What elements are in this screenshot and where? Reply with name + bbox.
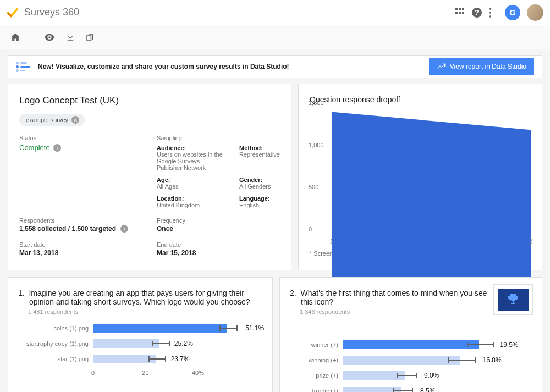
q2-barchart: winner (+) 19.5% winning (+) 16.8% prize…: [294, 337, 532, 392]
q1-text: 1. Imagine you are creating an app that …: [29, 289, 262, 306]
app-header: Surveys 360 ? G: [0, 0, 550, 25]
info-banner: New! Visualize, customize and share your…: [8, 55, 542, 78]
q2-bar-b: winning (+) 16.8%: [294, 352, 532, 368]
svg-rect-2: [462, 8, 464, 10]
age-value: All Ages: [157, 183, 223, 190]
frequency-label: Frequency: [157, 217, 185, 224]
download-icon[interactable]: [65, 32, 75, 42]
start-date-label: Start date: [19, 241, 151, 248]
tag-remove-icon[interactable]: ✕: [72, 116, 79, 124]
q1-bar-a: coins (1).png 51.1%: [23, 321, 262, 336]
q1-barchart: coins (1).png 51.1% startrophy copy (1).…: [23, 321, 262, 378]
end-date-label: End date: [157, 241, 196, 248]
q1-bar-c: star (1).png 23.7%: [23, 351, 262, 367]
svg-rect-0: [455, 8, 458, 10]
summary-row: Logo Concept Test (UK) example survey ✕ …: [8, 84, 542, 270]
method-label: Method:: [239, 145, 280, 151]
svg-rect-5: [462, 12, 464, 14]
language-value: English: [239, 202, 270, 208]
header-left: Surveys 360: [7, 7, 79, 19]
q2-bar-c: prize (+) 9.0%: [294, 368, 532, 383]
survey-title: Logo Concept Test (UK): [19, 95, 280, 106]
svg-point-11: [48, 36, 51, 38]
data-studio-icon: [16, 62, 30, 72]
audience-label: Audience:: [157, 145, 223, 151]
google-account-icon[interactable]: G: [505, 5, 520, 20]
surveys-logo-icon: [7, 7, 19, 19]
end-date-value: Mar 15, 2018: [157, 249, 196, 257]
q1-respondents: 1,481 respondents: [28, 308, 262, 315]
svg-rect-4: [459, 12, 461, 14]
location-label: Location:: [157, 195, 223, 202]
svg-rect-1: [459, 8, 461, 10]
q1-bar-b: startrophy copy (1).png 25.2%: [23, 336, 262, 351]
status-label: Status: [19, 135, 151, 141]
view-report-button[interactable]: View report in Data Studio: [429, 58, 534, 75]
dropoff-card: Question response dropoff 05001,0001,500…: [298, 84, 542, 270]
q2-bar-d: trophy (+) 8.5%: [294, 383, 532, 392]
status-value: Completei: [19, 143, 151, 152]
dropoff-chart: 05001,0001,50012: [332, 109, 531, 236]
tag-label: example survey: [26, 117, 68, 123]
product-name: Surveys 360: [24, 7, 79, 18]
view-report-label: View report in Data Studio: [450, 63, 526, 70]
apps-icon[interactable]: [455, 8, 465, 18]
user-avatar[interactable]: [527, 4, 543, 21]
banner-text: New! Visualize, customize and share your…: [38, 63, 289, 70]
svg-rect-3: [455, 12, 458, 14]
start-date-value: Mar 13, 2018: [19, 249, 151, 257]
gender-label: Gender:: [239, 176, 271, 183]
respondents-label: Respondents: [19, 217, 151, 224]
trophy-icon: [507, 293, 520, 306]
copy-icon[interactable]: [85, 32, 95, 42]
info-icon[interactable]: i: [53, 144, 61, 152]
question-row: 1. Imagine you are creating an app that …: [8, 277, 542, 392]
svg-point-9: [489, 12, 491, 14]
dropoff-title: Question response dropoff: [310, 95, 531, 104]
survey-details-card: Logo Concept Test (UK) example survey ✕ …: [8, 84, 292, 270]
respondents-value: 1,558 collected / 1,500 targetedi: [19, 225, 151, 233]
info-icon[interactable]: i: [120, 225, 128, 233]
frequency-value: Once: [157, 225, 185, 233]
toolbar: [0, 25, 550, 49]
language-label: Language:: [239, 195, 270, 202]
question-2-card: 2. What's the first thing that comes to …: [279, 277, 542, 392]
question-1-card: 1. Imagine you are creating an app that …: [8, 277, 273, 392]
survey-tag[interactable]: example survey ✕: [19, 114, 85, 126]
age-label: Age:: [157, 176, 223, 183]
audience-value: Users on websites in the Google Surveys …: [157, 151, 223, 171]
preview-icon[interactable]: [43, 31, 56, 43]
q2-thumbnail: [493, 284, 533, 315]
home-icon[interactable]: [10, 32, 21, 43]
banner-left: New! Visualize, customize and share your…: [16, 62, 289, 72]
svg-point-10: [489, 15, 491, 18]
q2-bar-a: winner (+) 19.5%: [294, 337, 532, 352]
method-value: Representative: [239, 151, 280, 158]
svg-text:?: ?: [475, 8, 479, 16]
svg-point-8: [489, 8, 491, 10]
sampling-label: Sampling: [157, 135, 280, 141]
header-right: ? G: [455, 4, 543, 21]
gender-value: All Genders: [239, 183, 271, 190]
help-icon[interactable]: ?: [471, 7, 482, 18]
q1-axis: 0 20 40%: [93, 367, 262, 378]
divider: [32, 31, 32, 43]
more-icon[interactable]: [489, 8, 491, 18]
divider: [498, 6, 498, 19]
location-value: United Kingdom: [157, 202, 223, 208]
trend-icon: [437, 62, 446, 71]
